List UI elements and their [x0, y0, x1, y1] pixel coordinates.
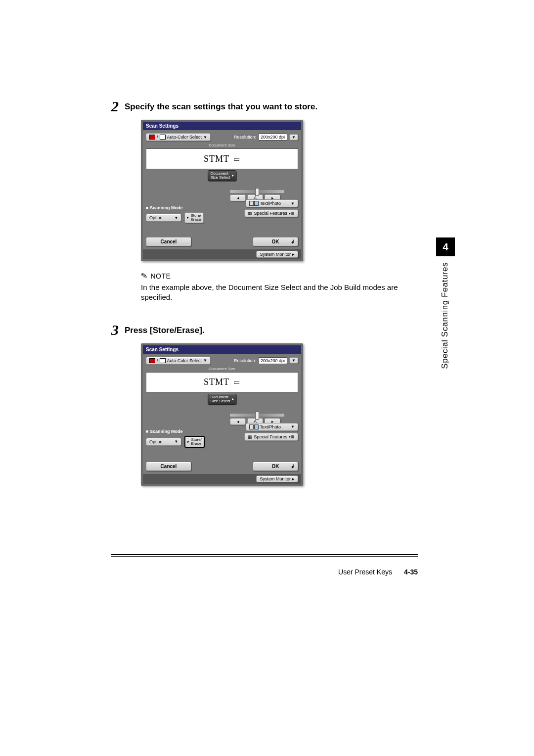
step-2-number: 2 [111, 99, 119, 114]
resolution-dropdown[interactable]: ▼ [289, 357, 298, 364]
footer-section: User Preset Keys [338, 568, 392, 576]
cancel-button[interactable]: Cancel [146, 462, 191, 471]
text-photo-icon [249, 201, 259, 206]
option-dropdown[interactable]: Option ▼ [146, 214, 181, 222]
document-size-value: STMT [204, 154, 229, 164]
density-lighter-button[interactable]: ◂ [230, 418, 246, 425]
store-erase-button[interactable]: ▸ Store/ Erase [184, 436, 204, 448]
system-monitor-button[interactable]: System Monitor ▸ [256, 251, 298, 258]
chevron-down-icon: ▼ [292, 358, 296, 363]
resolution-label: Resolution: [234, 358, 256, 363]
orientation-icon: ▭ [233, 155, 240, 163]
document-size-caption: Document Size [146, 367, 298, 371]
ok-label: OK [272, 239, 279, 244]
expand-icon: ▸▦ [289, 434, 295, 439]
cancel-button[interactable]: Cancel [146, 237, 191, 246]
resolution-value: 200x200 dpi [258, 357, 287, 364]
return-icon: ↲ [291, 239, 295, 244]
special-features-label: Special Features [254, 211, 287, 216]
scanning-mode-label: Scanning Mode [150, 205, 183, 210]
chevron-down-icon: ▼ [175, 439, 178, 444]
note-label: NOTE [151, 272, 171, 280]
chevron-down-icon: ▼ [175, 216, 178, 220]
grid-icon: ▦ [248, 434, 252, 439]
system-monitor-label: System Monitor [260, 476, 291, 481]
store-erase-button[interactable]: ▸ Store/ Erase [184, 212, 203, 223]
chevron-down-icon: ▼ [291, 425, 295, 429]
chapter-title: Special Scanning Features [436, 256, 454, 375]
chevron-right-icon: ▸ [187, 216, 189, 220]
step-2: 2 Specify the scan settings that you wan… [111, 99, 418, 303]
color-swatch-icon [149, 135, 155, 140]
slider-thumb-icon [255, 188, 259, 196]
chevron-down-icon: ▼ [292, 135, 296, 140]
expand-icon: ▸▦ [289, 211, 295, 216]
color-select-dropdown[interactable]: / Auto-Color Select ▼ [146, 133, 211, 141]
system-monitor-button[interactable]: System Monitor ▸ [256, 475, 298, 482]
color-swatch-icon [160, 358, 166, 363]
color-select-label: Auto-Color Select [167, 358, 202, 363]
document-size-caption: Document Size [146, 143, 298, 147]
ok-button[interactable]: OK↲ [253, 462, 298, 471]
cancel-label: Cancel [161, 464, 177, 469]
page-footer: User Preset Keys 4-35 [111, 568, 418, 576]
color-select-dropdown[interactable]: / Auto-Color Select ▼ [146, 357, 211, 365]
document-size-value: STMT [204, 377, 229, 387]
step-3: 3 Press [Store/Erase]. Scan Settings / A… [111, 323, 418, 486]
triangle-left-icon: ◂ [237, 195, 239, 200]
density-slider[interactable] [230, 414, 298, 417]
store-erase-label: Store/ Erase [191, 438, 201, 446]
text-photo-icon [249, 425, 259, 429]
scan-settings-screenshot-1: Scan Settings / Auto-Color Select ▼ Reso… [141, 120, 303, 261]
note-text: In the example above, the Document Size … [141, 283, 418, 303]
store-erase-label: Store/ Erase [190, 214, 201, 222]
cancel-label: Cancel [161, 239, 177, 244]
text-photo-label: Text/Photo [260, 201, 281, 206]
color-swatch-icon [160, 135, 166, 140]
footer-rule [111, 554, 418, 555]
step-3-number: 3 [111, 323, 119, 337]
step-2-title: Specify the scan settings that you want … [125, 99, 317, 112]
document-size-select-button[interactable]: Document Size Select ▸ [208, 394, 236, 405]
special-features-label: Special Features [254, 434, 287, 439]
special-features-button[interactable]: ▦ Special Features ▸▦ [244, 209, 298, 217]
footer-rule-thin [111, 556, 418, 557]
option-dropdown[interactable]: Option ▼ [146, 438, 181, 446]
option-label: Option [149, 215, 163, 220]
orientation-icon: ▭ [233, 378, 240, 386]
color-swatch-icon [149, 358, 155, 363]
system-monitor-label: System Monitor [260, 252, 291, 257]
triangle-left-icon: ◂ [237, 419, 239, 424]
resolution-dropdown[interactable]: ▼ [289, 134, 298, 141]
density-slider[interactable] [230, 190, 298, 193]
note-block: ✎ NOTE In the example above, the Documen… [141, 271, 418, 303]
original-type-dropdown[interactable]: Text/Photo ▼ [246, 199, 298, 207]
panel-title: Scan Settings [143, 345, 301, 354]
document-size-display: STMT ▭ [146, 372, 298, 393]
resolution-label: Resolution: [234, 135, 256, 140]
chevron-down-icon: ▼ [203, 358, 207, 363]
ok-label: OK [272, 464, 279, 469]
special-features-button[interactable]: ▦ Special Features ▸▦ [244, 433, 298, 441]
option-label: Option [149, 439, 163, 444]
chevron-right-icon: ▸ [232, 397, 234, 401]
chapter-number: 4 [436, 237, 455, 256]
document-size-select-button[interactable]: Document Size Select ▸ [208, 170, 236, 181]
note-icon: ✎ [140, 271, 148, 281]
chevron-right-icon: ▸ [292, 252, 295, 257]
scan-settings-screenshot-2: Scan Settings / Auto-Color Select ▼ Reso… [141, 343, 303, 486]
chevron-right-icon: ▸ [187, 440, 189, 444]
return-icon: ↲ [291, 464, 295, 469]
original-type-dropdown[interactable]: Text/Photo ▼ [246, 423, 298, 431]
slider-thumb-icon [255, 412, 259, 420]
density-lighter-button[interactable]: ◂ [230, 194, 246, 201]
chevron-right-icon: ▸ [232, 174, 234, 178]
chapter-tab: 4 Special Scanning Features [436, 237, 455, 375]
color-select-label: Auto-Color Select [167, 135, 202, 140]
document-size-select-label: Document Size Select [210, 395, 230, 403]
step-3-title: Press [Store/Erase]. [125, 323, 205, 335]
document-size-display: STMT ▭ [146, 148, 298, 169]
text-photo-label: Text/Photo [260, 425, 281, 429]
document-size-select-label: Document Size Select [210, 172, 230, 180]
ok-button[interactable]: OK↲ [253, 237, 298, 246]
